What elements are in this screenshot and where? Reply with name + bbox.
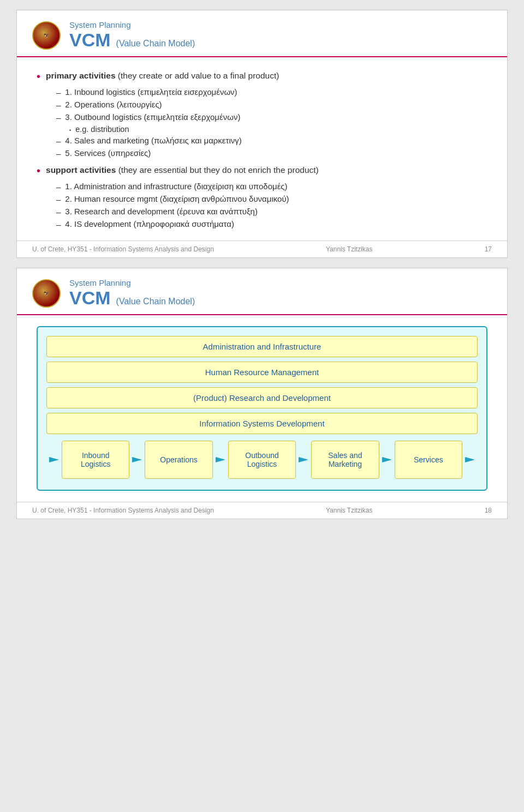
arrow-1 (129, 441, 145, 479)
arrow-end (462, 441, 478, 479)
support-item-4: – 4. IS development (πληροφοριακά συστήμ… (56, 219, 487, 229)
svg-marker-2 (216, 457, 225, 462)
logo: 🦅 (32, 21, 61, 50)
svg-marker-0 (49, 457, 59, 462)
primary-item-1: – 1. Inbound logistics (επιμελητεία εισε… (56, 87, 487, 97)
primary-header: primary activities (46, 71, 116, 80)
slide2-subtitle: System Planning (69, 278, 195, 287)
support-item-3: – 3. Research and development (έρευνα κα… (56, 207, 487, 216)
slide1-footer: U. of Crete, HY351 - Information Systems… (17, 240, 507, 257)
support-item-1: – 1. Administration and infrastructure (… (56, 182, 487, 191)
slide1-subtitle: System Planning (69, 20, 195, 29)
slide2-footer-right: Yannis Tzitzikas (326, 507, 373, 514)
support-header-rest: (they are essential but they do not enri… (116, 165, 318, 175)
primary-box-operations: Operations (145, 441, 212, 479)
primary-activity-row: InboundLogistics Operations OutboundLo (46, 441, 478, 479)
arrow-4 (379, 441, 395, 479)
support-row-is: Information Systems Development (46, 413, 478, 434)
primary-sub-list: – 1. Inbound logistics (επιμελητεία εισε… (56, 87, 487, 158)
slide2-title-area: System Planning VCM (Value Chain Model) (69, 278, 195, 309)
arrow-2 (213, 441, 228, 479)
support-item-2: – 2. Human resource mgmt (διαχείριση ανθ… (56, 194, 487, 204)
slide2-footer-page: 18 (485, 507, 492, 514)
support-text: support activities (they are essential b… (46, 164, 319, 176)
primary-text: primary activities (they create or add v… (46, 69, 279, 82)
value-chain-diagram: Administration and Infrastructure Human … (37, 326, 487, 491)
slide2-vcm: VCM (69, 287, 111, 309)
support-row-rd: (Product) Research and Development (46, 387, 478, 408)
primary-box-services: Services (395, 441, 462, 479)
primary-bullet: • primary activities (they create or add… (37, 69, 487, 83)
slide1-vcm: VCM (69, 29, 111, 51)
support-header: support activities (46, 165, 116, 175)
primary-item-2: – 2. Operations (λειτουργίες) (56, 100, 487, 110)
slide2-title-main: VCM (Value Chain Model) (69, 287, 195, 309)
primary-header-rest: (they create or add value to a final pro… (116, 71, 279, 80)
bullet-dot-support: • (37, 165, 40, 177)
logo2: 🦅 (32, 279, 61, 308)
arrow-3 (296, 441, 311, 479)
slide2-vcm-sub: (Value Chain Model) (116, 297, 195, 306)
primary-box-inbound: InboundLogistics (62, 441, 129, 479)
slide2-footer: U. of Crete, HY351 - Information Systems… (17, 502, 507, 519)
distribution-label: e.g. distribution (75, 125, 129, 134)
slide1-footer-right: Yannis Tzitzikas (326, 245, 373, 253)
slide1-footer-page: 17 (485, 245, 492, 253)
arrow-start (46, 441, 62, 479)
svg-marker-3 (299, 457, 308, 462)
support-bullet: • support activities (they are essential… (37, 164, 487, 177)
svg-marker-4 (382, 457, 392, 462)
primary-item-3: – 3. Outbound logistics (επιμελητεία εξε… (56, 112, 487, 122)
slide-2: 🦅 System Planning VCM (Value Chain Model… (16, 268, 508, 519)
support-row-admin: Administration and Infrastructure (46, 336, 478, 357)
slide1-title-area: System Planning VCM (Value Chain Model) (69, 20, 195, 51)
support-row-hr: Human Resource Management (46, 362, 478, 383)
slide2-body: Administration and Infrastructure Human … (17, 315, 507, 502)
slide1-vcm-sub: (Value Chain Model) (116, 39, 195, 49)
primary-box-sales: Sales andMarketing (311, 441, 379, 479)
svg-marker-1 (132, 457, 142, 462)
slide-1: 🦅 System Planning VCM (Value Chain Model… (16, 10, 508, 258)
support-sub-list: – 1. Administration and infrastructure (… (56, 182, 487, 229)
slide2-header: 🦅 System Planning VCM (Value Chain Model… (17, 268, 507, 315)
slide1-header: 🦅 System Planning VCM (Value Chain Model… (17, 10, 507, 57)
bullet-dot-primary: • (37, 70, 40, 83)
slide2-footer-left: U. of Crete, HY351 - Information Systems… (32, 507, 214, 514)
primary-item-3-sub: • e.g. distribution (69, 125, 487, 134)
primary-box-outbound: OutboundLogistics (228, 441, 296, 479)
slide1-footer-left: U. of Crete, HY351 - Information Systems… (32, 245, 214, 253)
svg-marker-5 (465, 457, 475, 462)
primary-item-4: – 4. Sales and marketing (πωλήσεις και μ… (56, 136, 487, 146)
primary-item-5: – 5. Services (υπηρεσίες) (56, 148, 487, 158)
slide1-body: • primary activities (they create or add… (17, 57, 507, 240)
slide1-title-main: VCM (Value Chain Model) (69, 29, 195, 51)
